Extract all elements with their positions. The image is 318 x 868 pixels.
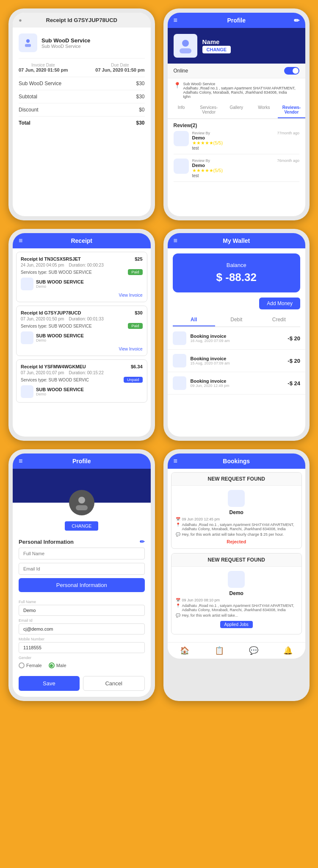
tab-credit[interactable]: Credit [258,314,301,326]
screen5-menu-icon[interactable]: ≡ [19,457,22,465]
booking-note-row-2: 💬 Hey, for this work artist will take... [176,613,298,618]
tab-gallery[interactable]: Gallery [223,102,250,118]
cancel-button[interactable]: Cancel [83,676,145,691]
booking-note-2: Hey, for this work artist will take... [182,613,238,618]
mobile-value-input[interactable] [19,642,145,653]
gender-label: Gender [19,656,145,660]
personal-info-button[interactable]: Personal Information [19,578,145,592]
gender-female-option[interactable]: Female [19,662,42,668]
back-icon[interactable]: ● [19,17,22,23]
booking-note-1: Hey, for this work artist will take hour… [182,532,284,537]
receipt-top-2: Receipt Id G7SYJUP78UCD $30 [21,310,143,315]
review-name-2: Demo [192,163,223,168]
booking-card-1: NEW REQUEST FOUND Demo 📅 09 Jun 2020 12:… [171,472,302,549]
online-label: Online [174,68,188,74]
address-text: Sub WooD ServiceAdalhatu ,Road no.1 , sa… [183,82,300,99]
transaction-date-3: 09 Jun, 2020 12:49 pm [191,384,230,388]
profile-header-section: Name CHANGE [168,28,306,64]
bookings-title: Bookings [223,458,250,465]
svg-point-1 [26,39,30,43]
profile-change-button[interactable]: CHANGE [65,521,98,531]
female-label: Female [26,663,42,668]
screen1-phone: ● Receipt Id G7SYJUP78UCD Sub WooD Servi… [8,8,155,220]
date-row: Invoice Date 07 Jun, 2020 01:50 pm Due D… [19,58,145,72]
booking-address-row-1: 📍 Adalhatu ,Road no.1 , satyam Apartment… [176,523,298,531]
tab-info[interactable]: Info [168,102,195,118]
receipt-worker-row-1: SUB WOOD SERVICE Demo [21,278,143,290]
full-name-input-placeholder[interactable] [19,548,145,559]
balance-amount: $ -88.32 [181,271,292,284]
nav-chat[interactable]: 💬 [236,645,271,656]
review-time-1: 77month ago [277,131,299,135]
screen4-phone: ≡ My Wallet Balance $ -88.32 Add Money A… [163,229,310,441]
receipt-top-3: Receipt Id YSFMW4WGKMEU $6.34 [21,364,143,369]
screen4-header: ≡ My Wallet [168,233,306,248]
transaction-3: Booking invoice 09 Jun, 2020 12:49 pm -$… [168,372,306,395]
tab-services-vendor[interactable]: Services-Vendor [195,102,223,118]
personal-info-edit-icon[interactable]: ✏ [140,538,145,545]
full-name-value-input[interactable] [19,605,145,616]
tab-all[interactable]: All [173,314,216,326]
screen1-header: ● Receipt Id G7SYJUP78UCD [13,13,151,28]
screen4-menu-icon[interactable]: ≡ [174,237,177,245]
booking-avatar-1 [228,490,245,507]
view-invoice-1[interactable]: View Invoice [21,293,143,298]
review-by-1: Review By [192,131,223,135]
status-badge-3: Unpaid [124,377,143,383]
bookings-content: NEW REQUEST FOUND Demo 📅 09 Jun 2020 12:… [168,469,306,642]
tab-reviews-vendor[interactable]: Reviews-Vendor [278,102,305,118]
screen5-phone: ≡ Profile CHANGE Personal Information ✏ … [8,449,155,701]
svg-rect-6 [76,505,88,510]
email-input-placeholder[interactable] [19,563,145,575]
nav-home[interactable]: 🏠 [168,645,202,656]
online-toggle[interactable] [284,67,299,75]
nav-bookings[interactable]: 📋 [202,645,236,656]
receipt-service-row-3: Services type: SUB WOOD SERVIC Unpaid [21,377,143,383]
review-avatar-1 [174,131,189,146]
line-item-total: Total $30 [19,116,145,129]
receipt-date-2: 07 Jun, 2020 01:50 pm Duration: 00:01:33 [21,317,143,321]
review-item-1: Review By Demo ★★★★★(5/5) test 77month a… [174,131,300,154]
booking-avatar-2 [228,571,245,588]
change-button[interactable]: CHANGE [202,46,231,53]
save-button[interactable]: Save [19,676,80,691]
line-item-service: Sub WooD Service $30 [19,77,145,90]
receipt-card-2: Receipt Id G7SYJUP78UCD $30 07 Jun, 2020… [16,306,147,356]
wallet-balance-card: Balance $ -88.32 [173,253,301,292]
tab-debit[interactable]: Debit [215,314,258,326]
booking-address-2: Adalhatu ,Road no.1 , satyam Apartment S… [182,604,298,612]
review-time-2: 76month ago [277,159,299,163]
full-name-field: Full Name [19,600,145,616]
online-row: Online [168,64,306,78]
add-money-button[interactable]: Add Money [259,298,300,309]
menu-icon[interactable]: ≡ [174,17,177,24]
worker-name-2: SUB WOOD SERVICE [36,333,84,338]
reviews-section: Review(2) Review By Demo ★★★★★(5/5) test… [168,119,306,189]
edit-icon[interactable]: ✏ [294,17,299,25]
calendar-icon-2: 📅 [176,598,180,602]
booking-note-row-1: 💬 Hey, for this work artist will take ho… [176,532,298,537]
female-radio[interactable] [19,662,25,668]
status-badge-1: Paid [128,269,142,275]
location-pin-icon: 📍 [174,82,181,99]
gender-male-option[interactable]: Male [49,662,66,668]
bottom-nav: 🏠 📋 💬 🔔 [168,642,306,659]
transaction-icon-3 [173,376,186,390]
service-name: Sub WooD Service [41,37,90,44]
review-stars-1: ★★★★★(5/5) [192,140,223,146]
receipt-card-1: Receipt Id TN3CSXSRSJET $25 24 Jun, 2020… [16,252,147,302]
note-icon-1: 💬 [176,532,180,537]
address-row: 📍 Sub WooD ServiceAdalhatu ,Road no.1 , … [168,78,306,102]
personal-info-title-text: Personal Information [19,539,74,545]
screen3-menu-icon[interactable]: ≡ [19,237,22,245]
profile-edit-title: Profile [72,458,91,465]
email-value-input[interactable] [19,623,145,634]
screen6-phone: ≡ Bookings NEW REQUEST FOUND Demo 📅 09 J… [163,449,310,701]
screen6-menu-icon[interactable]: ≡ [174,457,177,465]
screen3-header: ≡ Receipt [13,233,151,248]
tab-works[interactable]: Works [250,102,278,118]
booking-name-2: Demo [176,590,298,596]
male-radio[interactable] [49,662,55,668]
nav-notifications[interactable]: 🔔 [271,645,305,656]
view-invoice-2[interactable]: View Invoice [21,347,143,351]
